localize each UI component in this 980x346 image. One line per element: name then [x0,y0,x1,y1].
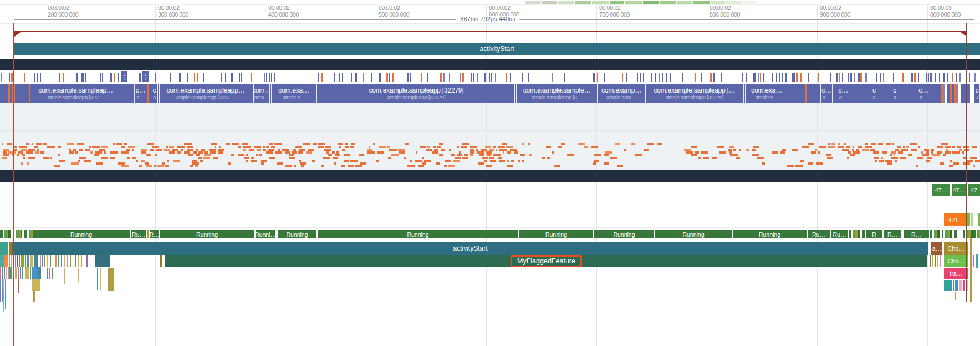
flagged-slice-highlight[interactable]: MyFlaggedFeature [511,255,582,267]
small-slice[interactable] [78,255,79,267]
slice-cho-khaki[interactable]: Cho… [944,242,968,255]
small-slice[interactable] [108,268,114,291]
process-slice[interactable]: com.examp…ample.sam… [599,84,644,103]
thread-state-track[interactable]: RunningRu…R…RunningRunni…RunningRunningR… [0,230,980,238]
small-slice[interactable] [525,267,525,283]
small-slice[interactable] [8,267,9,279]
thread-state-slice-running[interactable]: Running [33,230,130,238]
small-slice[interactable] [2,267,3,279]
small-slice[interactable] [97,268,98,290]
small-slice[interactable] [11,267,12,279]
small-slice[interactable] [6,267,7,279]
small-slice[interactable] [61,255,62,267]
small-slice[interactable] [52,268,53,279]
process-slice[interactable]: com.example.sampleap…ample.sampleapp [32… [17,84,135,103]
small-slice[interactable] [30,267,31,279]
small-slice[interactable] [160,255,162,267]
process-slice[interactable]: com…amp… [253,84,270,103]
thread-band-bottom[interactable] [0,170,980,182]
small-slice[interactable] [935,255,936,267]
small-slice[interactable] [3,279,4,312]
small-slice[interactable] [25,267,29,279]
process-track[interactable]: com.example.sampleap…ample.sampleapp [32… [0,84,980,103]
small-slice[interactable] [64,268,65,284]
process-slice[interactable]: com.exa…ample.s… [271,84,317,103]
small-slice[interactable] [967,213,970,226]
small-slice[interactable] [0,291,1,302]
thread-state-slice-running[interactable]: Ru… [131,230,146,238]
small-slice[interactable] [932,255,933,267]
counter-samples-track[interactable] [0,103,980,170]
count-slice[interactable]: 47… [932,184,950,196]
process-slice[interactable]: cJ [974,84,980,103]
small-slice[interactable] [50,255,51,267]
small-slice[interactable] [30,255,33,267]
small-slice[interactable] [28,255,29,267]
slice-fragment-turquoise[interactable] [0,242,8,255]
process-slice[interactable]: c…a… [820,84,833,103]
process-slice[interactable]: c…a… [915,84,932,103]
small-slice[interactable] [15,255,16,267]
small-slice[interactable] [78,268,79,282]
small-slice[interactable] [67,268,67,290]
process-slice[interactable]: ca [887,84,902,103]
small-slice[interactable] [21,255,24,267]
thread-state-slice-running[interactable]: Ru… [831,230,848,238]
small-slice[interactable] [25,255,26,267]
small-slice[interactable] [970,238,972,302]
small-slice[interactable] [978,213,980,226]
process-slice[interactable]: ca [866,84,882,103]
small-slice[interactable] [49,268,50,279]
small-slice[interactable] [930,255,931,267]
slice-my-flagged-feature[interactable]: MyFlaggedFeature [165,255,927,267]
small-slice[interactable] [27,255,28,267]
process-slice[interactable]: com.example.sampleapp […ample.sampleapp … [645,84,744,103]
thread-state-slice-running[interactable]: Running [594,230,654,238]
small-slice[interactable] [9,267,11,279]
thread-state-slice-running[interactable]: Running [318,230,518,238]
slice-471[interactable]: 471… [944,213,968,226]
small-slice[interactable] [33,291,35,302]
small-slice[interactable] [75,255,76,267]
small-slice[interactable] [11,255,12,267]
process-slice[interactable]: ca [151,84,158,103]
slice-fragment-olive[interactable] [9,242,12,255]
slice-activity-start-bottom[interactable]: activityStart [12,242,928,255]
small-slice[interactable] [5,279,6,309]
small-slice[interactable] [0,267,1,279]
small-slice[interactable] [84,255,84,267]
thread-state-slice-running[interactable]: R… [884,230,901,238]
slice-activity-start-top[interactable]: activityStart [14,43,980,55]
labeled-tick-block[interactable]: cJ [142,71,149,82]
thread-state-slice-running[interactable]: Ru… [808,230,830,238]
small-slice[interactable] [53,255,53,267]
small-slice[interactable] [40,255,41,267]
slice-cho-green[interactable]: Cho… [944,255,968,267]
small-slice[interactable] [55,255,57,267]
thread-state-slice-running[interactable]: R… [904,230,929,238]
small-slice[interactable] [73,255,73,267]
small-slice[interactable] [937,255,938,267]
small-slice[interactable] [44,255,45,267]
process-slice[interactable]: c…a… [136,84,145,103]
measurement-end-cursor[interactable] [966,23,967,302]
small-slice[interactable] [2,291,3,302]
small-slice[interactable] [18,267,19,279]
small-slice[interactable] [64,255,65,267]
small-slice[interactable] [959,280,962,291]
small-slice[interactable] [944,280,952,291]
small-slice[interactable] [0,279,1,291]
thread-state-slice-running[interactable]: R… [150,230,159,238]
small-slice[interactable] [100,268,101,290]
process-slice[interactable]: com.example.sampleapp…ample.sampleapp [3… [159,84,252,103]
labeled-tick-block[interactable]: cJ [121,71,127,82]
small-slice[interactable] [976,254,978,268]
small-slice[interactable] [58,255,59,267]
small-slice[interactable] [70,255,71,267]
slice-ticks-track[interactable]: cJcJ [0,71,980,82]
measurement-start-cursor[interactable] [13,23,14,346]
small-slice[interactable] [47,255,48,267]
small-slice[interactable] [86,255,88,267]
small-slice[interactable] [955,280,958,291]
small-slice[interactable] [32,279,40,291]
